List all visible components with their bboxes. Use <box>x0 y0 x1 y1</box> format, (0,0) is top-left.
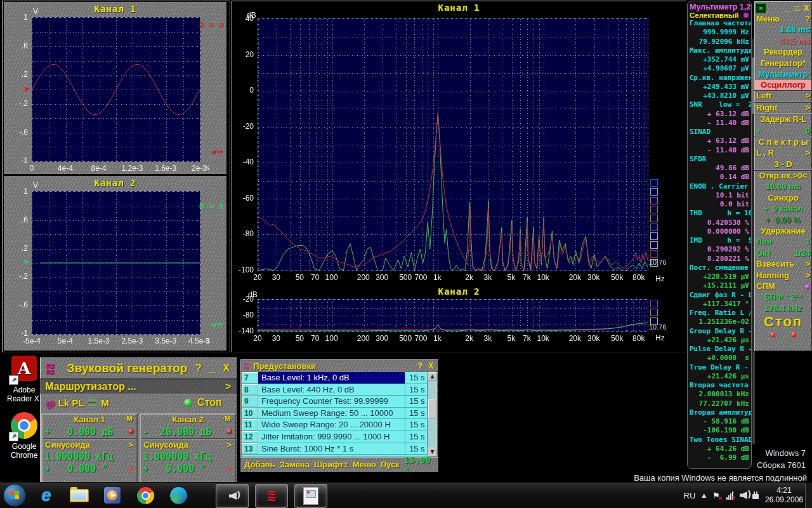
presets-footer-button[interactable]: Замена <box>280 460 310 469</box>
menu-item[interactable]: Осциллогр <box>755 80 811 90</box>
level-row[interactable]: - 20.000 дБ <box>141 425 235 439</box>
presets-footer-button[interactable]: Меню <box>353 460 376 469</box>
preset-label[interactable]: Jitter Imitation: 999.9990 ... 1000 H <box>258 431 405 443</box>
phase-value[interactable]: + 0.000 ° <box>143 463 206 474</box>
frequency-row[interactable]: 1.000000 кГц <box>43 450 136 462</box>
router-menu-item[interactable]: Маршрутизатор ... > <box>40 378 237 394</box>
menu-item[interactable]: L , R> <box>754 148 812 159</box>
channel-led-icon[interactable] <box>226 429 232 434</box>
taskbar-volume-app-button[interactable] <box>216 484 249 508</box>
status-leds[interactable] <box>754 331 812 338</box>
menu-item[interactable]: С п е к т р ы <box>754 137 812 148</box>
spectrum-channel1-plot[interactable] <box>258 18 648 271</box>
preset-label[interactable]: Sine Burst: 1000 Hz * 1 s <box>258 443 405 455</box>
osc-channel2-plot[interactable] <box>32 191 200 335</box>
window-controls[interactable]: _ □ X <box>785 4 810 13</box>
level-value[interactable]: - 20.000 дБ <box>143 426 211 438</box>
lk-pl-buttons[interactable]: Lk PL <box>58 398 84 408</box>
spectrum-channel1-legend[interactable] <box>650 179 658 267</box>
trigger-arrow-icon[interactable]: ▶ <box>25 258 30 265</box>
preset-label[interactable]: Frequency Counter Test: 99.99999 <box>258 396 405 407</box>
phase-row[interactable]: + 0.000 ° φ <box>43 462 136 474</box>
preset-label[interactable]: Base Level: 1 kHz, 0 dB <box>258 372 405 384</box>
level-row[interactable]: + 0.000 дБ <box>43 425 136 439</box>
show-desktop-button[interactable] <box>805 483 812 508</box>
menu-item[interactable]: 1.68 ms <box>754 25 812 36</box>
presets-titlebar[interactable]: ≈≈ Предустановки ? X <box>240 359 438 372</box>
scroll-up-icon[interactable]: ▲ <box>428 372 437 381</box>
waveform-select[interactable]: Синусоида <box>143 440 188 450</box>
window-controls[interactable]: ? X <box>417 361 435 370</box>
menu-item[interactable]: Меню? <box>754 14 812 25</box>
spectrum-channel2-plot[interactable] <box>258 299 648 332</box>
legend-swatch-icon[interactable] <box>650 206 658 213</box>
preset-number[interactable]: 10 <box>242 408 258 419</box>
volume-icon[interactable] <box>740 490 746 501</box>
menu-item[interactable]: Синхро <box>754 193 812 204</box>
channel-led-icon[interactable] <box>128 429 134 434</box>
menu-item[interactable]: + 0.00 % <box>754 215 812 226</box>
taskbar-edge[interactable] <box>169 486 188 505</box>
legend-swatch-icon[interactable] <box>650 188 658 196</box>
legend-swatch-icon[interactable] <box>650 250 658 258</box>
legend-swatch-icon[interactable] <box>650 309 658 316</box>
window-controls[interactable]: ? _ X <box>195 363 232 374</box>
menu-item[interactable]: 47.5 ms <box>754 36 812 47</box>
level-value[interactable]: + 0.000 дБ <box>44 426 113 438</box>
phase-value[interactable]: + 0.000 ° <box>44 463 107 474</box>
spectrum-channel2-legend[interactable] <box>650 300 658 325</box>
network-icon[interactable]: ✕ <box>726 491 733 500</box>
multimeter-selective-row[interactable]: Селективный <box>690 11 751 19</box>
taskbar-chrome[interactable] <box>136 486 155 505</box>
preset-row[interactable]: 11Wide Sweep Range: 20 ... 20000 H15 s <box>242 419 437 431</box>
menu-item[interactable]: Hanning> <box>754 271 812 281</box>
preset-row[interactable]: 10Medium Sweep Range: 50 ... 1000015 s <box>242 408 437 420</box>
presets-footer-button[interactable]: Пуск <box>381 460 400 469</box>
mute-button[interactable]: ·M· <box>124 415 135 422</box>
preset-number[interactable]: 7 <box>242 372 258 384</box>
menu-item[interactable]: Left> <box>754 90 812 102</box>
menu-item[interactable]: Right> <box>754 102 812 114</box>
taskbar-internet-explorer[interactable]: e <box>37 486 56 505</box>
presets-footer-button[interactable]: Шрифт± <box>314 460 348 469</box>
menu-item[interactable]: Окт1/24 <box>754 248 812 259</box>
red-led-icon[interactable] <box>791 332 796 337</box>
start-button[interactable] <box>3 484 26 507</box>
action-center-flag-icon[interactable]: ⚑✕ <box>712 491 720 500</box>
menu-item[interactable]: БПФ ° 2¹⁴ <box>754 292 812 303</box>
legend-swatch-icon[interactable] <box>650 197 658 204</box>
waveform-select[interactable]: Синусоида <box>45 440 90 450</box>
power-icon[interactable] <box>752 494 759 499</box>
waveform-row[interactable]: Синусоида > <box>141 439 235 450</box>
legend-swatch-icon[interactable] <box>650 179 658 187</box>
app-icon[interactable]: ≈ <box>756 3 766 13</box>
waveform-row[interactable]: Синусоида > <box>43 439 136 450</box>
tray-expand-icon[interactable]: ▲ <box>702 492 706 498</box>
trigger-arrow-icon[interactable]: ▶ <box>25 85 30 92</box>
preset-label[interactable]: Medium Sweep Range: 50 ... 10000 <box>258 408 405 419</box>
pulse-marker-icon[interactable]: ◀⊓♦ <box>211 148 223 156</box>
taskbar-document-app-button[interactable] <box>294 484 327 508</box>
menu-item[interactable]: Задерж R-L <box>754 114 812 125</box>
legend-swatch-icon[interactable] <box>650 300 658 307</box>
presets-scrollbar[interactable]: ▲ ▼ <box>427 372 437 457</box>
menu-item[interactable]: Рекордер <box>754 47 812 58</box>
menu-item[interactable]: Лин1 <box>754 237 812 248</box>
legend-swatch-icon[interactable] <box>650 241 658 249</box>
preset-number[interactable]: 9 <box>242 396 258 407</box>
menu-item[interactable]: Откр.вх.>0< <box>754 170 812 182</box>
spm-led-icon[interactable] <box>805 284 810 290</box>
frequency-value[interactable]: 1.000000 кГц <box>143 451 211 462</box>
preset-label[interactable]: Base Level: 440 Hz, 0 dB <box>258 384 405 396</box>
taskbar-generator-app-button[interactable]: ≈≈ <box>255 484 288 508</box>
legend-swatch-icon[interactable] <box>650 232 658 240</box>
multimeter-title[interactable]: Мультиметр 1,2? <box>690 3 751 11</box>
osc-channel1-plot[interactable] <box>32 17 200 162</box>
mute-button[interactable]: ·M· <box>223 415 233 422</box>
menu-item[interactable]: Стоп <box>754 314 812 331</box>
preset-number[interactable]: 12 <box>242 431 258 443</box>
phase-icon[interactable]: φ <box>45 397 54 409</box>
m-button[interactable]: M <box>101 398 109 408</box>
menu-item[interactable]: СПМ <box>754 281 812 292</box>
legend-swatch-icon[interactable] <box>650 215 658 222</box>
